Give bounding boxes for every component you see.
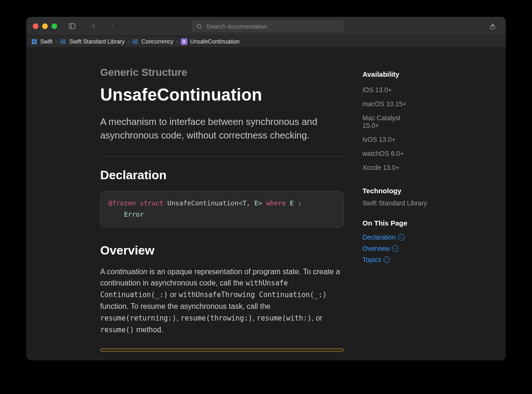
chevron-right-icon: ›	[54, 38, 58, 45]
chevron-right-icon: ›	[175, 38, 179, 45]
svg-rect-7	[35, 39, 37, 42]
technology-value: Swift Standard Library	[362, 199, 456, 207]
search-placeholder: Search documentation	[206, 23, 267, 30]
availability-item: Xcode 13.0+	[362, 161, 456, 175]
list-icon	[60, 38, 66, 45]
declaration-code: @frozen struct UnsafeContinuation<T, E> …	[100, 191, 344, 227]
availability-heading: Availability	[362, 70, 456, 78]
back-button[interactable]	[87, 21, 100, 32]
divider	[100, 156, 344, 157]
availability-list: iOS 13.0+ macOS 10.15+ Mac Catalyst 15.0…	[362, 83, 456, 175]
side-column: Availability iOS 13.0+ macOS 10.15+ Mac …	[362, 66, 456, 357]
note-box	[100, 349, 344, 351]
svg-point-20	[133, 41, 133, 42]
chevron-down-icon	[398, 234, 405, 241]
breadcrumb: Swift › Swift Standard Library › Concurr…	[26, 36, 506, 48]
code-ref[interactable]: resume(returning:)	[100, 314, 177, 322]
breadcrumb-label: Swift	[40, 38, 52, 45]
svg-point-21	[133, 43, 133, 44]
svg-point-19	[133, 40, 133, 40]
availability-item: iOS 13.0+	[362, 83, 456, 97]
availability-item: macOS 10.15+	[362, 97, 456, 111]
svg-point-15	[61, 43, 61, 44]
forward-button[interactable]	[106, 21, 119, 32]
technology-heading: Technology	[362, 187, 456, 195]
availability-item: tvOS 13.0+	[362, 132, 456, 146]
breadcrumb-label: Swift Standard Library	[69, 38, 125, 45]
content-scroll[interactable]: Generic Structure UnsafeContinuation A m…	[26, 48, 506, 360]
zoom-button[interactable]	[52, 23, 57, 29]
svg-rect-8	[32, 42, 34, 44]
main-column: Generic Structure UnsafeContinuation A m…	[100, 66, 344, 357]
titlebar: Search documentation	[26, 17, 506, 36]
close-button[interactable]	[33, 23, 38, 29]
overview-paragraph: A continuation is an opaque representati…	[100, 266, 344, 336]
page-summary: A mechanism to interface between synchro…	[100, 115, 344, 142]
nav-arrows	[87, 21, 119, 32]
page-title: UnsafeContinuation	[100, 85, 344, 105]
availability-item: watchOS 6.0+	[362, 146, 456, 161]
svg-rect-0	[69, 24, 75, 29]
breadcrumb-label: UnsafeContinuation	[190, 38, 239, 45]
breadcrumb-item-swift[interactable]: Swift	[31, 38, 52, 45]
struct-icon: S	[181, 38, 187, 45]
otp-link-declaration[interactable]: Declaration	[362, 233, 456, 241]
availability-item: Mac Catalyst 15.0+	[362, 111, 405, 132]
sidebar-toggle-button[interactable]	[66, 21, 79, 32]
chevron-right-icon: ›	[126, 38, 130, 45]
traffic-lights	[33, 23, 57, 29]
otp-link-topics[interactable]: Topics	[362, 256, 456, 263]
declaration-heading: Declaration	[100, 168, 344, 182]
search-icon	[196, 23, 202, 29]
svg-rect-6	[32, 39, 34, 42]
code-ref[interactable]: withUnsafeThrowing Continuation(_:)	[179, 291, 327, 299]
code-ref[interactable]: resume()	[100, 326, 134, 334]
svg-point-13	[61, 40, 61, 40]
window: Search documentation Swift › Swift Stand…	[26, 17, 506, 360]
svg-rect-9	[35, 42, 37, 44]
content: Generic Structure UnsafeContinuation A m…	[26, 48, 506, 360]
chevron-down-icon	[392, 245, 399, 252]
chevron-down-icon	[384, 256, 390, 263]
breadcrumb-item-current[interactable]: S UnsafeContinuation	[181, 38, 239, 45]
code-ref[interactable]: resume(with:)	[257, 314, 311, 322]
breadcrumb-label: Concurrency	[141, 38, 173, 45]
onthispage-heading: On This Page	[362, 219, 456, 227]
search-field[interactable]: Search documentation	[192, 20, 344, 32]
overview-heading: Overview	[100, 243, 344, 258]
code-ref[interactable]: resume(throwing:)	[180, 314, 252, 322]
svg-point-2	[197, 24, 201, 28]
grid-icon	[31, 38, 37, 45]
breadcrumb-item-stdlib[interactable]: Swift Standard Library	[60, 38, 125, 45]
breadcrumb-item-concurrency[interactable]: Concurrency	[132, 38, 173, 45]
eyebrow: Generic Structure	[100, 66, 344, 79]
svg-point-14	[61, 41, 61, 42]
onthispage-list: Declaration Overview Topics	[362, 232, 456, 265]
otp-link-overview[interactable]: Overview	[362, 245, 456, 252]
svg-line-3	[200, 28, 201, 29]
share-button[interactable]	[486, 21, 499, 32]
minimize-button[interactable]	[42, 23, 48, 29]
list-icon	[132, 38, 139, 45]
